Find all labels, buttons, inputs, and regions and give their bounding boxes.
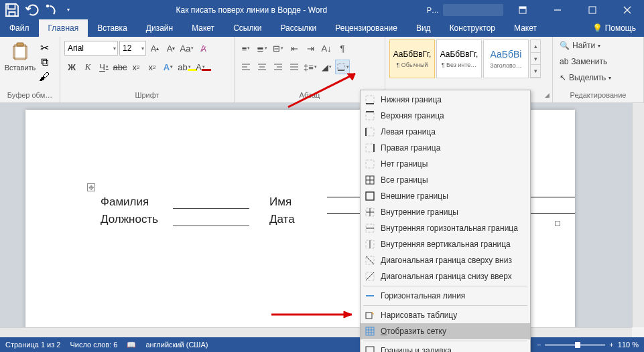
tab-insert[interactable]: Вставка [88,19,137,37]
bullets-button[interactable]: ≡▾ [239,41,253,56]
qat-customize[interactable]: ▾ [60,2,76,18]
styles-more[interactable]: ▾ [531,65,540,78]
label-date[interactable]: Дата [269,213,302,226]
font-color-button[interactable]: A▾ [193,60,208,74]
replace-button[interactable]: abЗаменить [557,54,610,69]
label-surname[interactable]: Фамилия [101,195,173,209]
tab-layout2[interactable]: Макет [505,19,546,37]
copy-button[interactable]: ⧉ [38,56,51,69]
font-name-combo[interactable]: Arial▾ [64,41,118,56]
menu-item-label: Отобразить сетку [381,327,446,336]
styles-down[interactable]: ▾ [531,53,540,66]
menu-draw-table[interactable]: Нарисовать таблицу [361,307,530,323]
shrink-font-button[interactable]: A▾ [164,41,178,56]
tab-design[interactable]: Дизайн [137,19,182,37]
style-heading1[interactable]: АаБбВі Заголово… [483,39,529,78]
status-proofing-icon[interactable]: 📖 [127,341,136,349]
menu-item-label: Правая граница [381,143,440,153]
clear-formatting-button[interactable]: A̷ [196,41,210,56]
status-words[interactable]: Число слов: 6 [70,341,117,349]
menu-all-borders[interactable]: Все границы [361,172,530,188]
font-size-combo[interactable]: 12▾ [119,41,146,56]
tab-file[interactable]: Файл [0,19,39,37]
cut-button[interactable]: ✂ [38,41,51,54]
show-marks-button[interactable]: ¶ [335,41,350,56]
close-button[interactable] [612,0,643,19]
zoom-in[interactable]: + [609,341,613,349]
select-button[interactable]: ↖Выделить▾ [557,70,614,85]
bold-button[interactable]: Ж [64,60,79,74]
format-painter-button[interactable]: 🖌 [38,70,51,84]
redo-button[interactable] [42,2,58,18]
menu-view-gridlines[interactable]: Отобразить сетку [361,323,530,339]
menu-inner-vertical[interactable]: Внутренняя вертикальная граница [361,236,530,252]
menu-borders-shading[interactable]: Границы и заливка… [361,343,530,352]
menu-diagonal-up[interactable]: Диагональная граница снизу вверх [361,268,530,284]
menu-top-border[interactable]: Верхняя граница [361,108,530,124]
minimize-button[interactable] [542,0,573,19]
ribbon-display-options[interactable] [507,0,538,19]
menu-inner-horizontal[interactable]: Внутренняя горизонтальная граница [361,220,530,236]
vertical-scrollbar[interactable] [632,103,644,327]
tab-constructor[interactable]: Конструктор [440,19,505,37]
menu-outside-borders[interactable]: Внешние границы [361,188,530,204]
label-name[interactable]: Имя [269,195,302,209]
tab-layout[interactable]: Макет [182,19,224,37]
undo-button[interactable] [23,2,39,18]
zoom-out[interactable]: − [537,341,541,349]
svg-rect-59 [366,347,374,352]
style-no-spacing[interactable]: АаБбВвГг, ¶ Без инте… [436,39,482,78]
menu-diagonal-down[interactable]: Диагональная граница сверху вниз [361,252,530,268]
grow-font-button[interactable]: A▴ [147,41,162,56]
menu-inside-borders[interactable]: Внутренние границы [361,204,530,220]
status-language[interactable]: английский (США) [145,341,208,349]
menu-bs-pre: Границы [381,346,415,352]
increase-indent-button[interactable]: ⇥ [303,41,318,56]
horizontal-scrollbar[interactable] [0,327,632,337]
italic-button[interactable]: К [80,60,95,74]
text-effects-button[interactable]: A▾ [161,60,176,74]
svg-point-0 [46,4,50,7]
sort-button[interactable]: A↓ [319,41,334,56]
menu-bottom-border[interactable]: Нижняя граница [361,92,530,108]
save-button[interactable] [4,2,20,18]
paste-button[interactable]: Вставить [4,38,36,72]
table-move-handle[interactable]: ✥ [87,183,95,191]
menu-horizontal-line[interactable]: Горизонтальная линия [361,288,530,304]
tell-me[interactable]: 💡 Помощь [584,19,644,37]
table-resize-handle[interactable] [555,221,560,226]
align-center-button[interactable] [255,60,269,74]
zoom-level[interactable]: 110 % [618,341,639,349]
menu-no-border[interactable]: Нет границы [361,156,530,172]
align-left-button[interactable] [239,60,253,74]
change-case-button[interactable]: Aa▾ [180,41,194,56]
zoom-slider[interactable] [545,344,605,346]
superscript-button[interactable]: x2 [145,60,159,74]
tab-review[interactable]: Рецензирование [326,19,407,37]
menu-left-border[interactable]: Левая граница [361,124,530,140]
multilevel-list-button[interactable]: ⊟▾ [271,41,285,56]
menu-item-label: Верхняя граница [381,111,444,120]
menu-item-label: Границы и заливка… [381,346,460,352]
tab-references[interactable]: Ссылки [224,19,271,37]
tab-home[interactable]: Главная [39,19,88,37]
strikethrough-button[interactable]: abc [113,60,127,74]
subscript-button[interactable]: x2 [129,60,143,74]
underline-button[interactable]: Ч▾ [96,60,111,74]
field-surname[interactable] [173,208,249,209]
tab-view[interactable]: Вид [407,19,440,37]
field-position[interactable] [173,226,249,226]
label-position[interactable]: Должность [101,213,173,226]
highlight-button[interactable]: ab▾ [177,60,192,74]
decrease-indent-button[interactable]: ⇤ [287,41,302,56]
styles-dialog-launcher[interactable]: ◢ [545,92,550,98]
maximize-button[interactable] [577,0,608,19]
find-button[interactable]: 🔍Найти▾ [557,38,603,53]
menu-right-border[interactable]: Правая граница [361,140,530,156]
style-normal[interactable]: АаБбВвГг, ¶ Обычный [389,39,435,78]
status-page[interactable]: Страница 1 из 2 [5,341,60,349]
styles-up[interactable]: ▴ [531,40,540,53]
tab-mailings[interactable]: Рассылки [271,19,326,37]
numbering-button[interactable]: ≣▾ [255,41,269,56]
user-box[interactable] [443,4,503,16]
